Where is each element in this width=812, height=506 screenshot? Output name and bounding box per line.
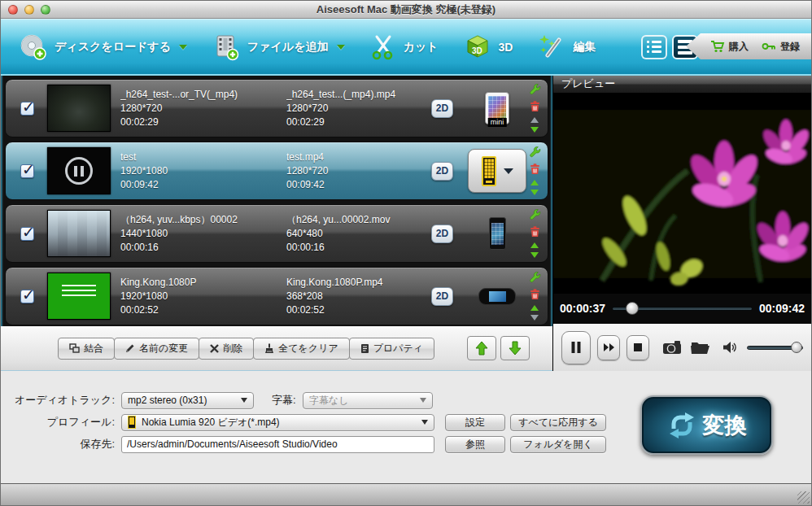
file-row[interactable]: （h264, yuv...kbps）00002 1440*1080 00:00:… bbox=[5, 204, 548, 263]
nokia-lumia-icon bbox=[482, 156, 496, 186]
load-disc-button[interactable]: ディスクをロードする bbox=[19, 33, 187, 62]
move-down-icon[interactable] bbox=[530, 252, 539, 258]
2d-3d-toggle-button[interactable]: 2D bbox=[431, 99, 453, 118]
open-snapshot-folder-icon[interactable] bbox=[690, 339, 711, 356]
rename-button[interactable]: 名前の変更 bbox=[114, 338, 199, 360]
convert-button[interactable]: 変換 bbox=[640, 395, 773, 455]
video-thumbnail bbox=[47, 273, 111, 320]
subtitle-label: 字幕: bbox=[272, 393, 296, 408]
settings-wrench-icon[interactable] bbox=[529, 84, 541, 96]
move-down-icon[interactable] bbox=[530, 127, 539, 133]
source-name: King.Kong.1080P bbox=[120, 276, 277, 290]
row-checkbox[interactable] bbox=[20, 227, 34, 241]
delete-button[interactable]: 削除 bbox=[199, 338, 254, 360]
settings-button[interactable]: 設定 bbox=[445, 414, 505, 431]
x-icon bbox=[210, 344, 219, 353]
main-toolbar: ディスクをロードする ファイルを追加 カット 3D 3D 編集 bbox=[1, 19, 811, 74]
pause-button[interactable] bbox=[561, 331, 591, 364]
close-button[interactable] bbox=[8, 5, 18, 15]
merge-button[interactable]: 結合 bbox=[58, 338, 115, 360]
delete-trash-icon[interactable] bbox=[530, 225, 540, 238]
audio-track-dropdown[interactable]: mp2 stereo (0x31) bbox=[121, 392, 254, 409]
properties-button[interactable]: プロパティ bbox=[349, 338, 434, 360]
delete-trash-icon[interactable] bbox=[530, 100, 540, 112]
open-folder-button[interactable]: フォルダを開く bbox=[510, 436, 606, 453]
source-name: _h264_test-...or_TV(_mp4) bbox=[120, 88, 277, 102]
add-file-button[interactable]: ファイルを追加 bbox=[212, 33, 345, 62]
threed-button[interactable]: 3D 3D bbox=[463, 33, 513, 62]
settings-wrench-icon[interactable] bbox=[529, 209, 541, 221]
clear-all-button[interactable]: 全てをクリア bbox=[253, 338, 349, 360]
seek-slider[interactable] bbox=[612, 307, 753, 311]
main-area: _h264_test-...or_TV(_mp4) 1280*720 00:02… bbox=[1, 74, 811, 371]
row-checkbox[interactable] bbox=[20, 164, 34, 178]
2d-3d-toggle-button[interactable]: 2D bbox=[431, 225, 453, 243]
speaker-icon[interactable] bbox=[723, 341, 737, 354]
browse-button[interactable]: 参照 bbox=[445, 436, 505, 453]
video-thumbnail bbox=[47, 85, 111, 132]
destination-label: 保存先: bbox=[1, 437, 121, 451]
source-duration: 00:00:16 bbox=[120, 241, 277, 255]
source-duration: 00:09:42 bbox=[120, 178, 277, 192]
iphone-icon bbox=[489, 217, 506, 250]
preview-title: プレビュー bbox=[561, 76, 615, 91]
2d-3d-toggle-button[interactable]: 2D bbox=[431, 287, 453, 306]
row-checkbox[interactable] bbox=[20, 290, 34, 303]
pause-overlay-icon bbox=[65, 157, 93, 185]
key-icon bbox=[762, 41, 776, 52]
seek-slider-thumb[interactable] bbox=[626, 302, 639, 315]
stop-button[interactable] bbox=[626, 335, 649, 360]
zoom-button[interactable] bbox=[41, 5, 50, 15]
output-info: _h264_test...(_mp4).mp4 1280*720 00:02:2… bbox=[286, 88, 431, 129]
total-time: 00:09:42 bbox=[759, 302, 805, 315]
file-row[interactable]: test 1920*1080 00:09:42 test.mp4 1280*72… bbox=[5, 142, 548, 200]
settings-wrench-icon[interactable] bbox=[529, 146, 541, 159]
settings-wrench-icon[interactable] bbox=[529, 272, 541, 284]
move-down-button[interactable] bbox=[500, 336, 530, 360]
video-preview bbox=[553, 94, 811, 294]
move-up-icon[interactable] bbox=[530, 242, 539, 248]
file-row[interactable]: _h264_test-...or_TV(_mp4) 1280*720 00:02… bbox=[5, 79, 548, 137]
video-thumbnail bbox=[47, 147, 111, 194]
move-up-icon[interactable] bbox=[530, 305, 539, 311]
move-up-icon[interactable] bbox=[530, 180, 539, 185]
apply-to-all-button[interactable]: すべてに応用する bbox=[510, 414, 606, 431]
subtitle-dropdown[interactable]: 字幕なし bbox=[303, 392, 433, 409]
move-down-icon[interactable] bbox=[530, 190, 539, 195]
chevron-down-icon bbox=[421, 420, 428, 425]
move-down-icon[interactable] bbox=[530, 315, 539, 321]
edit-button[interactable]: 編集 bbox=[537, 33, 596, 62]
device-profile-dropdown[interactable] bbox=[468, 149, 526, 193]
playback-controls bbox=[553, 324, 811, 371]
resize-grip-icon[interactable] bbox=[797, 491, 810, 504]
volume-slider-thumb[interactable] bbox=[791, 342, 802, 353]
chevron-down-icon bbox=[337, 45, 345, 50]
purchase-button[interactable]: 購入 bbox=[710, 40, 749, 54]
delete-trash-icon[interactable] bbox=[530, 288, 540, 300]
pencil-icon bbox=[125, 343, 135, 353]
source-resolution: 1920*1080 bbox=[120, 290, 277, 303]
fast-forward-button[interactable] bbox=[597, 335, 620, 360]
move-up-button[interactable] bbox=[467, 336, 496, 360]
output-info: （h264, yu...00002.mov 640*480 00:00:16 bbox=[286, 213, 431, 255]
cut-button[interactable]: カット bbox=[369, 33, 439, 61]
green-up-arrow-icon bbox=[475, 341, 488, 356]
output-duration: 00:02:52 bbox=[286, 303, 431, 317]
source-resolution: 1280*720 bbox=[120, 102, 277, 116]
profile-dropdown[interactable]: Nokia Lumia 920 ビデオ(*.mp4) bbox=[121, 414, 434, 431]
2d-3d-toggle-button[interactable]: 2D bbox=[431, 162, 453, 181]
source-info: _h264_test-...or_TV(_mp4) 1280*720 00:02… bbox=[120, 88, 277, 129]
app-window: Aiseesoft Mac 動画変換 究極(未登録) ディスクをロードする ファ… bbox=[0, 0, 812, 506]
output-name: test.mp4 bbox=[286, 150, 431, 164]
row-checkbox[interactable] bbox=[20, 102, 34, 116]
volume-slider[interactable] bbox=[747, 346, 803, 350]
file-row[interactable]: King.Kong.1080P 1920*1080 00:02:52 King.… bbox=[5, 267, 548, 325]
current-time: 00:00:37 bbox=[560, 302, 605, 315]
minimize-button[interactable] bbox=[24, 5, 34, 15]
destination-input[interactable] bbox=[121, 436, 434, 453]
move-up-icon[interactable] bbox=[530, 117, 539, 123]
thumbnail-view-button[interactable] bbox=[641, 35, 667, 59]
register-button[interactable]: 登録 bbox=[762, 40, 800, 54]
snapshot-camera-icon[interactable] bbox=[662, 339, 683, 356]
delete-trash-icon[interactable] bbox=[530, 163, 540, 175]
